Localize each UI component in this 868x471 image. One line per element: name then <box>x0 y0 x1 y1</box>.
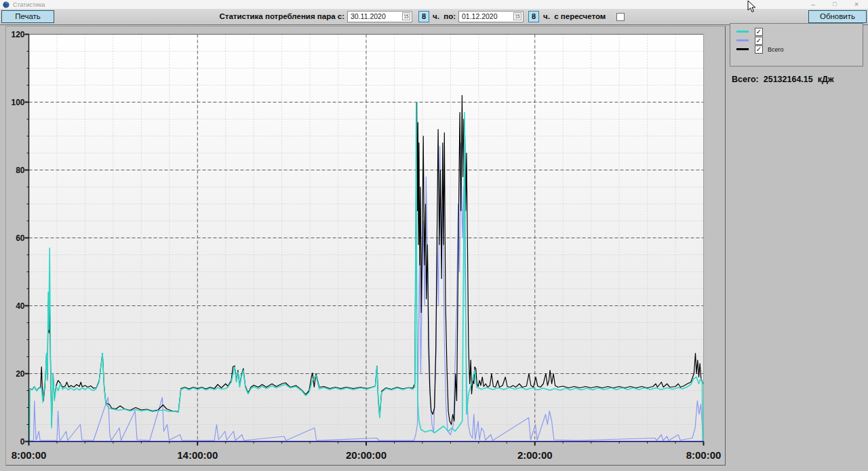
date-to-field[interactable]: 01.12.2020 15 <box>458 11 524 22</box>
svg-text:80: 80 <box>16 166 25 175</box>
refresh-button[interactable]: Обновить <box>808 10 867 23</box>
legend-item-cyan: ✓ <box>736 27 863 36</box>
svg-text:0: 0 <box>20 437 25 447</box>
legend-item-total: ✓ Всего <box>736 45 863 54</box>
legend-label: Всего <box>768 46 784 53</box>
svg-text:14:00:00: 14:00:00 <box>177 449 218 461</box>
svg-text:20: 20 <box>16 369 25 379</box>
toolbar-title: Статистика потребления пара с: <box>203 12 344 20</box>
cyan-series-swatch <box>736 31 749 33</box>
restore-icon[interactable]: □ <box>827 0 842 9</box>
hour-from-field[interactable]: 8 <box>418 11 429 22</box>
total-value: 25132164.15 <box>764 75 813 84</box>
svg-text:8:00:00: 8:00:00 <box>686 449 722 461</box>
total-label: Всего: <box>732 75 759 84</box>
window-title: Статистика <box>13 1 45 8</box>
date-from-value: 30.11.2020 <box>351 12 386 20</box>
cyan-series-checkbox[interactable]: ✓ <box>755 28 763 36</box>
total-series-swatch <box>736 48 749 50</box>
total-series-checkbox[interactable]: ✓ <box>755 45 763 54</box>
calendar-icon[interactable]: 15 <box>402 12 410 20</box>
blue-series-checkbox[interactable]: ✓ <box>755 37 763 45</box>
recalc-checkbox[interactable] <box>616 13 625 21</box>
svg-text:120: 120 <box>11 30 24 39</box>
hour-to-field[interactable]: 8 <box>528 11 539 22</box>
legend-item-blue: ✓ <box>736 36 863 45</box>
svg-text:20:00:00: 20:00:00 <box>346 449 387 461</box>
chart-panel: 0204060801001208:00:0014:00:0020:00:002:… <box>5 26 726 466</box>
app-icon <box>3 1 9 8</box>
total-unit: кДж <box>818 75 834 84</box>
blue-series-swatch <box>736 39 749 41</box>
svg-text:40: 40 <box>16 301 25 311</box>
consumption-chart: 0204060801001208:00:0014:00:0020:00:002:… <box>6 26 725 465</box>
svg-text:2:00:00: 2:00:00 <box>517 449 553 461</box>
total-readout: Всего: 25132164.15 кДж <box>732 75 834 84</box>
recalc-label: ч. с пересчетом <box>543 12 606 20</box>
print-button[interactable]: Печать <box>1 10 54 23</box>
legend: ✓ ✓ ✓ Всего <box>730 23 863 67</box>
svg-text:100: 100 <box>11 98 24 107</box>
title-bar: Статистика – □ × <box>0 0 868 10</box>
to-label: ч. по: <box>433 12 456 20</box>
close-icon[interactable]: × <box>849 0 864 9</box>
date-to-value: 01.12.2020 <box>462 12 498 20</box>
calendar-icon[interactable]: 15 <box>513 12 521 20</box>
svg-text:60: 60 <box>16 233 25 243</box>
minimize-icon[interactable]: – <box>806 0 821 9</box>
svg-text:8:00:00: 8:00:00 <box>12 449 47 461</box>
date-from-field[interactable]: 30.11.2020 15 <box>347 11 412 22</box>
